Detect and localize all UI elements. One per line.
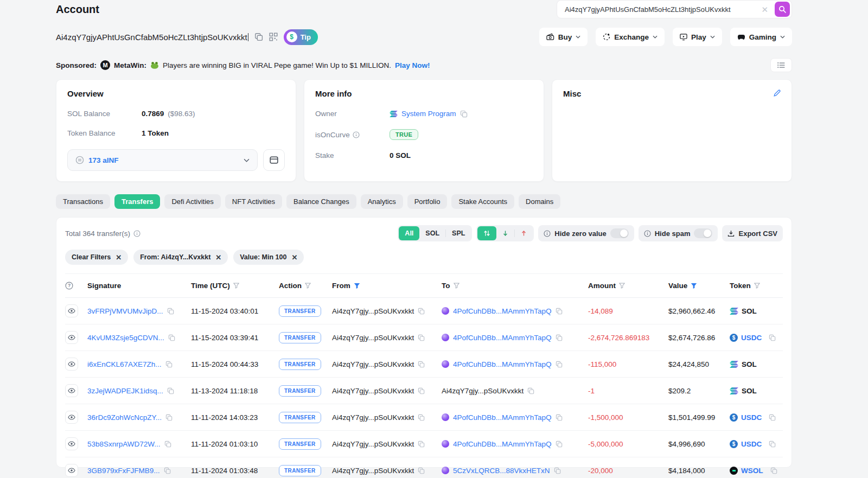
hide-zero-value-toggle[interactable]: Hide zero value [538,225,634,241]
filter-sol[interactable]: SOL [419,226,445,240]
token-name[interactable]: WSOL [741,467,763,475]
copy-icon[interactable] [460,110,468,118]
gaming-dropdown-button[interactable]: Gaming [730,28,792,46]
signature-link[interactable]: 53b8SxnrpAWD72W... [87,440,161,448]
filter-funnel-icon[interactable] [754,283,760,289]
buy-dropdown-button[interactable]: Buy [539,28,588,46]
preview-eye-button[interactable] [65,437,78,450]
to-address-link[interactable]: 5CzVxLQRCB...88VkxHETxN [453,467,550,475]
copy-icon[interactable] [769,414,776,421]
copy-icon[interactable] [770,467,777,474]
signature-link[interactable]: 36rDc9ZohWcNcpZY... [87,413,162,422]
copy-icon[interactable] [164,467,171,474]
copy-icon[interactable] [418,414,425,421]
direction-both[interactable] [477,226,496,240]
filter-funnel-icon[interactable] [233,283,239,289]
preview-eye-button[interactable] [65,304,78,317]
edit-misc-button[interactable] [772,88,782,100]
direction-in[interactable] [496,226,514,240]
copy-icon[interactable] [167,387,174,394]
close-icon[interactable]: ✕ [116,254,122,261]
to-address-link[interactable]: 4PofCuhDBb...MAmmYhTapQ [453,307,552,315]
tab-nft-activities[interactable]: NFT Activities [225,194,282,209]
from-filter-chip[interactable]: From: Ai4zqY...Kvxkkt✕ [133,250,228,265]
signature-link[interactable]: 3GB979xFxFJFMB9... [87,467,160,475]
copy-icon[interactable] [554,467,561,474]
copy-icon[interactable] [769,334,776,341]
copy-icon[interactable] [167,308,174,315]
signature-link[interactable]: i6xEnCKL67AXE7Zh... [87,360,162,368]
copy-icon[interactable] [527,387,534,394]
to-address-link[interactable]: 4PofCuhDBb...MAmmYhTapQ [453,413,552,422]
account-address[interactable]: Ai4zqY7gjyAPhtUsGnCfabM5oHcZLt3htjpSoUKv… [56,33,248,42]
filter-funnel-icon[interactable] [619,283,625,289]
copy-address-button[interactable] [254,33,263,41]
tip-button[interactable]: $ Tip [284,29,318,45]
search-input[interactable] [564,5,755,14]
export-csv-button[interactable]: Export CSV [722,225,783,241]
to-address-link[interactable]: 4PofCuhDBb...MAmmYhTapQ [453,334,552,342]
token-selector-dropdown[interactable]: 173 aINF [67,149,258,171]
value-filter-chip[interactable]: Value: Min 100✕ [233,250,304,265]
copy-icon[interactable] [556,334,563,341]
copy-icon[interactable] [418,467,425,474]
signature-link[interactable]: 3vFRPjVMVUMvJipD... [87,307,163,315]
copy-icon[interactable] [556,361,563,368]
copy-icon[interactable] [556,308,563,315]
direction-out[interactable] [515,226,533,240]
search-button[interactable] [775,2,790,17]
copy-icon[interactable] [418,334,425,341]
hide-spam-toggle[interactable]: Hide spam [639,225,718,241]
copy-icon[interactable] [556,441,563,448]
signature-link[interactable]: 3zJejWADPEJK1idsq... [87,387,163,395]
copy-icon[interactable] [165,361,173,368]
signature-link[interactable]: 4KvUM3Zsje5gCDVN... [87,334,164,342]
copy-icon[interactable] [418,308,425,315]
token-name[interactable]: USDC [741,334,762,342]
filter-funnel-icon[interactable] [454,283,459,289]
portfolio-button[interactable] [263,149,285,171]
tab-portfolio[interactable]: Portfolio [407,194,448,209]
copy-icon[interactable] [418,361,425,368]
preview-eye-button[interactable] [65,331,78,344]
filter-all[interactable]: All [399,226,419,240]
ad-options-button[interactable] [770,58,792,72]
copy-icon[interactable] [165,414,173,421]
copy-icon[interactable] [418,441,425,448]
copy-icon[interactable] [418,387,425,394]
exchange-dropdown-button[interactable]: Exchange [596,28,665,46]
to-address-link[interactable]: 4PofCuhDBb...MAmmYhTapQ [453,440,552,448]
copy-icon[interactable] [556,414,563,421]
play-now-link[interactable]: Play Now! [395,61,430,69]
owner-link[interactable]: System Program [401,110,456,118]
clear-search-icon[interactable]: ✕ [759,5,770,14]
tab-domains[interactable]: Domains [519,194,560,209]
play-dropdown-button[interactable]: Play [673,28,722,46]
preview-eye-button[interactable] [65,464,78,477]
filter-funnel-icon-active[interactable] [354,283,360,289]
close-icon[interactable]: ✕ [291,254,297,261]
to-address-link[interactable]: 4PofCuhDBb...MAmmYhTapQ [453,360,552,368]
tab-defi-activities[interactable]: Defi Activities [164,194,220,209]
clear-filters-chip[interactable]: Clear Filters✕ [65,250,128,265]
toggle-switch[interactable] [694,228,712,238]
preview-eye-button[interactable] [65,358,78,371]
tab-transactions[interactable]: Transactions [56,194,110,209]
filter-funnel-icon-active[interactable] [691,283,697,289]
copy-icon[interactable] [769,441,776,448]
token-name[interactable]: USDC [741,413,762,422]
copy-icon[interactable] [164,441,171,448]
close-icon[interactable]: ✕ [215,254,221,261]
toggle-switch[interactable] [610,228,629,238]
qr-code-button[interactable] [269,33,278,41]
token-name[interactable]: USDC [741,440,762,448]
filter-spl[interactable]: SPL [446,226,471,240]
tab-stake-accounts[interactable]: Stake Accounts [451,194,514,209]
filter-funnel-icon[interactable] [305,283,311,289]
copy-icon[interactable] [168,334,175,341]
tab-balance-changes[interactable]: Balance Changes [286,194,356,209]
preview-eye-button[interactable] [65,384,78,397]
tab-analytics[interactable]: Analytics [361,194,403,209]
tab-transfers[interactable]: Transfers [114,194,161,209]
preview-eye-button[interactable] [65,411,78,424]
